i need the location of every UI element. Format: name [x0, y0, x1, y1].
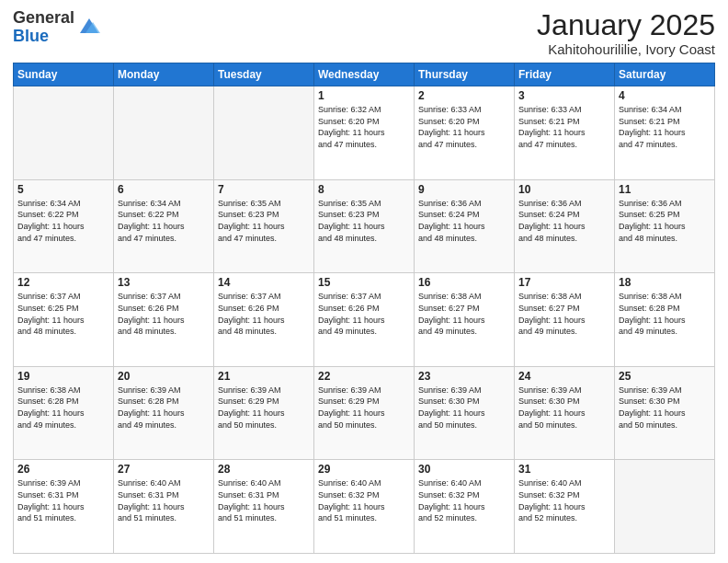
day-info: Sunrise: 6:40 AM Sunset: 6:32 PM Dayligh…	[418, 477, 510, 523]
day-info: Sunrise: 6:35 AM Sunset: 6:23 PM Dayligh…	[218, 198, 310, 244]
day-number: 26	[17, 463, 109, 476]
day-number: 4	[619, 89, 711, 102]
day-info: Sunrise: 6:37 AM Sunset: 6:26 PM Dayligh…	[118, 291, 210, 337]
day-info: Sunrise: 6:40 AM Sunset: 6:31 PM Dayligh…	[118, 477, 210, 523]
day-info: Sunrise: 6:37 AM Sunset: 6:25 PM Dayligh…	[17, 291, 109, 337]
calendar-cell: 21Sunrise: 6:39 AM Sunset: 6:29 PM Dayli…	[214, 366, 314, 460]
day-info: Sunrise: 6:37 AM Sunset: 6:26 PM Dayligh…	[218, 291, 310, 337]
day-info: Sunrise: 6:38 AM Sunset: 6:28 PM Dayligh…	[619, 291, 711, 337]
day-number: 15	[318, 276, 410, 289]
day-info: Sunrise: 6:39 AM Sunset: 6:28 PM Dayligh…	[118, 385, 210, 431]
day-info: Sunrise: 6:39 AM Sunset: 6:31 PM Dayligh…	[17, 477, 109, 523]
calendar-cell: 26Sunrise: 6:39 AM Sunset: 6:31 PM Dayli…	[14, 460, 114, 554]
day-info: Sunrise: 6:35 AM Sunset: 6:23 PM Dayligh…	[318, 198, 410, 244]
day-number: 13	[118, 276, 210, 289]
day-info: Sunrise: 6:33 AM Sunset: 6:21 PM Dayligh…	[518, 104, 610, 150]
calendar-week-row: 26Sunrise: 6:39 AM Sunset: 6:31 PM Dayli…	[14, 460, 715, 554]
calendar-cell: 6Sunrise: 6:34 AM Sunset: 6:22 PM Daylig…	[114, 179, 214, 273]
weekday-header-monday: Monday	[114, 63, 214, 86]
day-info: Sunrise: 6:32 AM Sunset: 6:20 PM Dayligh…	[318, 104, 410, 150]
day-number: 28	[218, 463, 310, 476]
weekday-header-sunday: Sunday	[14, 63, 114, 86]
day-number: 20	[118, 370, 210, 383]
day-number: 25	[619, 370, 711, 383]
calendar-cell: 2Sunrise: 6:33 AM Sunset: 6:20 PM Daylig…	[415, 86, 515, 180]
day-info: Sunrise: 6:37 AM Sunset: 6:26 PM Dayligh…	[318, 291, 410, 337]
calendar-cell: 25Sunrise: 6:39 AM Sunset: 6:30 PM Dayli…	[615, 366, 715, 460]
weekday-header-tuesday: Tuesday	[214, 63, 314, 86]
logo: General Blue	[13, 9, 102, 46]
day-number: 9	[418, 183, 510, 196]
calendar-cell: 24Sunrise: 6:39 AM Sunset: 6:30 PM Dayli…	[515, 366, 615, 460]
calendar-cell: 16Sunrise: 6:38 AM Sunset: 6:27 PM Dayli…	[415, 273, 515, 367]
calendar-cell: 15Sunrise: 6:37 AM Sunset: 6:26 PM Dayli…	[314, 273, 415, 367]
day-number: 5	[17, 183, 109, 196]
weekday-header-saturday: Saturday	[615, 63, 715, 86]
day-number: 6	[118, 183, 210, 196]
calendar-table: SundayMondayTuesdayWednesdayThursdayFrid…	[13, 63, 715, 554]
location-title: Kahitohourililie, Ivory Coast	[537, 41, 715, 57]
calendar-week-row: 1Sunrise: 6:32 AM Sunset: 6:20 PM Daylig…	[14, 86, 715, 180]
logo-icon	[76, 13, 102, 39]
day-number: 12	[17, 276, 109, 289]
day-number: 24	[518, 370, 610, 383]
logo-text: General Blue	[13, 9, 74, 46]
day-number: 21	[218, 370, 310, 383]
day-info: Sunrise: 6:36 AM Sunset: 6:25 PM Dayligh…	[619, 198, 711, 244]
day-info: Sunrise: 6:40 AM Sunset: 6:32 PM Dayligh…	[518, 477, 610, 523]
calendar-cell: 19Sunrise: 6:38 AM Sunset: 6:28 PM Dayli…	[14, 366, 114, 460]
day-number: 19	[17, 370, 109, 383]
day-info: Sunrise: 6:39 AM Sunset: 6:30 PM Dayligh…	[518, 385, 610, 431]
calendar-cell: 17Sunrise: 6:38 AM Sunset: 6:27 PM Dayli…	[515, 273, 615, 367]
day-number: 11	[619, 183, 711, 196]
calendar-cell: 14Sunrise: 6:37 AM Sunset: 6:26 PM Dayli…	[214, 273, 314, 367]
calendar-cell: 7Sunrise: 6:35 AM Sunset: 6:23 PM Daylig…	[214, 179, 314, 273]
calendar-cell: 29Sunrise: 6:40 AM Sunset: 6:32 PM Dayli…	[314, 460, 415, 554]
day-info: Sunrise: 6:38 AM Sunset: 6:27 PM Dayligh…	[418, 291, 510, 337]
day-info: Sunrise: 6:38 AM Sunset: 6:28 PM Dayligh…	[17, 385, 109, 431]
day-info: Sunrise: 6:39 AM Sunset: 6:30 PM Dayligh…	[418, 385, 510, 431]
day-number: 16	[418, 276, 510, 289]
calendar-cell: 13Sunrise: 6:37 AM Sunset: 6:26 PM Dayli…	[114, 273, 214, 367]
calendar-cell: 3Sunrise: 6:33 AM Sunset: 6:21 PM Daylig…	[515, 86, 615, 180]
calendar-cell: 12Sunrise: 6:37 AM Sunset: 6:25 PM Dayli…	[14, 273, 114, 367]
day-number: 14	[218, 276, 310, 289]
calendar-week-row: 5Sunrise: 6:34 AM Sunset: 6:22 PM Daylig…	[14, 179, 715, 273]
day-number: 17	[518, 276, 610, 289]
day-info: Sunrise: 6:36 AM Sunset: 6:24 PM Dayligh…	[518, 198, 610, 244]
day-info: Sunrise: 6:39 AM Sunset: 6:29 PM Dayligh…	[318, 385, 410, 431]
day-info: Sunrise: 6:34 AM Sunset: 6:22 PM Dayligh…	[17, 198, 109, 244]
calendar-cell	[615, 460, 715, 554]
calendar-cell: 11Sunrise: 6:36 AM Sunset: 6:25 PM Dayli…	[615, 179, 715, 273]
weekday-header-friday: Friday	[515, 63, 615, 86]
day-number: 3	[518, 89, 610, 102]
day-info: Sunrise: 6:39 AM Sunset: 6:30 PM Dayligh…	[619, 385, 711, 431]
calendar-cell: 27Sunrise: 6:40 AM Sunset: 6:31 PM Dayli…	[114, 460, 214, 554]
month-title: January 2025	[537, 9, 715, 41]
calendar-cell	[214, 86, 314, 180]
calendar-cell: 8Sunrise: 6:35 AM Sunset: 6:23 PM Daylig…	[314, 179, 415, 273]
day-info: Sunrise: 6:39 AM Sunset: 6:29 PM Dayligh…	[218, 385, 310, 431]
calendar-cell: 20Sunrise: 6:39 AM Sunset: 6:28 PM Dayli…	[114, 366, 214, 460]
day-info: Sunrise: 6:38 AM Sunset: 6:27 PM Dayligh…	[518, 291, 610, 337]
day-info: Sunrise: 6:36 AM Sunset: 6:24 PM Dayligh…	[418, 198, 510, 244]
weekday-header-row: SundayMondayTuesdayWednesdayThursdayFrid…	[14, 63, 715, 86]
calendar-cell: 22Sunrise: 6:39 AM Sunset: 6:29 PM Dayli…	[314, 366, 415, 460]
calendar-cell: 30Sunrise: 6:40 AM Sunset: 6:32 PM Dayli…	[415, 460, 515, 554]
day-number: 27	[118, 463, 210, 476]
title-block: January 2025 Kahitohourililie, Ivory Coa…	[537, 9, 715, 57]
calendar-cell: 10Sunrise: 6:36 AM Sunset: 6:24 PM Dayli…	[515, 179, 615, 273]
logo-general: General	[13, 9, 74, 28]
weekday-header-thursday: Thursday	[415, 63, 515, 86]
page: General Blue January 2025 Kahitohourilil…	[0, 0, 728, 563]
calendar-cell: 18Sunrise: 6:38 AM Sunset: 6:28 PM Dayli…	[615, 273, 715, 367]
calendar-cell: 28Sunrise: 6:40 AM Sunset: 6:31 PM Dayli…	[214, 460, 314, 554]
calendar-cell	[114, 86, 214, 180]
header: General Blue January 2025 Kahitohourilil…	[13, 9, 715, 57]
day-number: 23	[418, 370, 510, 383]
calendar-cell: 5Sunrise: 6:34 AM Sunset: 6:22 PM Daylig…	[14, 179, 114, 273]
calendar-week-row: 12Sunrise: 6:37 AM Sunset: 6:25 PM Dayli…	[14, 273, 715, 367]
day-info: Sunrise: 6:40 AM Sunset: 6:32 PM Dayligh…	[318, 477, 410, 523]
day-number: 8	[318, 183, 410, 196]
day-number: 2	[418, 89, 510, 102]
